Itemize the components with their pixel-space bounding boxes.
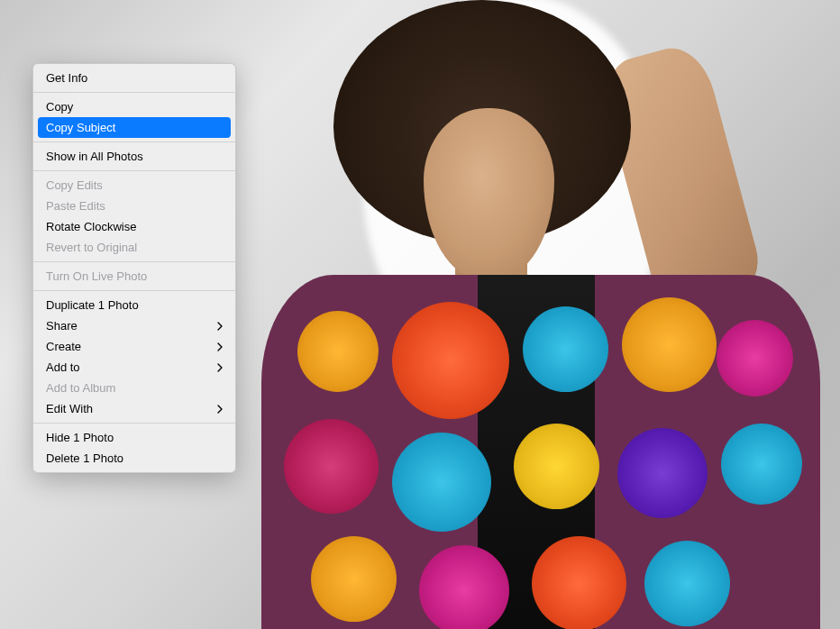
menu-item-get-info[interactable]: Get Info	[33, 68, 235, 88]
menu-item-label: Copy Edits	[46, 179, 103, 191]
menu-separator	[33, 423, 235, 424]
menu-item-delete-1-photo[interactable]: Delete 1 Photo	[33, 448, 235, 469]
menu-separator	[33, 290, 235, 291]
menu-item-label: Duplicate 1 Photo	[46, 299, 139, 311]
menu-item-label: Paste Edits	[46, 200, 105, 212]
menu-item-label: Create	[46, 341, 81, 352]
menu-item-label: Show in All Photos	[46, 150, 143, 162]
subject-container	[261, 0, 838, 629]
menu-item-add-to-album: Add to Album	[33, 378, 235, 398]
chevron-right-icon	[217, 322, 223, 331]
menu-item-label: Share	[46, 320, 78, 332]
person-face	[424, 108, 554, 279]
chevron-right-icon	[217, 405, 223, 414]
menu-item-copy[interactable]: Copy	[33, 96, 235, 117]
menu-item-share[interactable]: Share	[33, 315, 235, 336]
menu-separator	[33, 92, 235, 93]
menu-item-label: Rotate Clockwise	[46, 221, 136, 232]
context-menu[interactable]: Get InfoCopyCopy SubjectShow in All Phot…	[32, 63, 236, 473]
menu-item-show-in-all-photos[interactable]: Show in All Photos	[33, 146, 235, 167]
menu-item-copy-edits: Copy Edits	[33, 175, 235, 196]
menu-item-label: Edit With	[46, 403, 93, 415]
chevron-right-icon	[217, 363, 223, 372]
menu-item-label: Add to Album	[46, 382, 115, 394]
chevron-right-icon	[217, 342, 223, 351]
menu-item-edit-with[interactable]: Edit With	[33, 398, 235, 419]
menu-separator	[33, 170, 235, 171]
menu-item-label: Copy Subject	[46, 122, 115, 133]
menu-item-create[interactable]: Create	[33, 336, 235, 357]
menu-item-label: Copy	[46, 101, 73, 113]
menu-item-paste-edits: Paste Edits	[33, 196, 235, 216]
menu-item-label: Get Info	[46, 72, 87, 84]
menu-separator	[33, 261, 235, 262]
menu-item-duplicate-1-photo[interactable]: Duplicate 1 Photo	[33, 295, 235, 315]
menu-item-label: Add to	[46, 361, 80, 373]
menu-item-label: Revert to Original	[46, 242, 137, 253]
menu-item-label: Turn On Live Photo	[46, 270, 147, 282]
menu-item-hide-1-photo[interactable]: Hide 1 Photo	[33, 427, 235, 448]
menu-item-add-to[interactable]: Add to	[33, 357, 235, 378]
menu-item-label: Delete 1 Photo	[46, 452, 123, 464]
jacket-pattern	[261, 275, 820, 629]
menu-item-label: Hide 1 Photo	[46, 432, 114, 443]
person-jacket	[261, 275, 820, 629]
menu-item-copy-subject[interactable]: Copy Subject	[38, 117, 231, 138]
menu-item-turn-on-live-photo: Turn On Live Photo	[33, 266, 235, 287]
subject-person	[279, 5, 793, 629]
menu-item-rotate-clockwise[interactable]: Rotate Clockwise	[33, 216, 235, 237]
menu-separator	[33, 141, 235, 142]
menu-item-revert-to-original: Revert to Original	[33, 237, 235, 258]
